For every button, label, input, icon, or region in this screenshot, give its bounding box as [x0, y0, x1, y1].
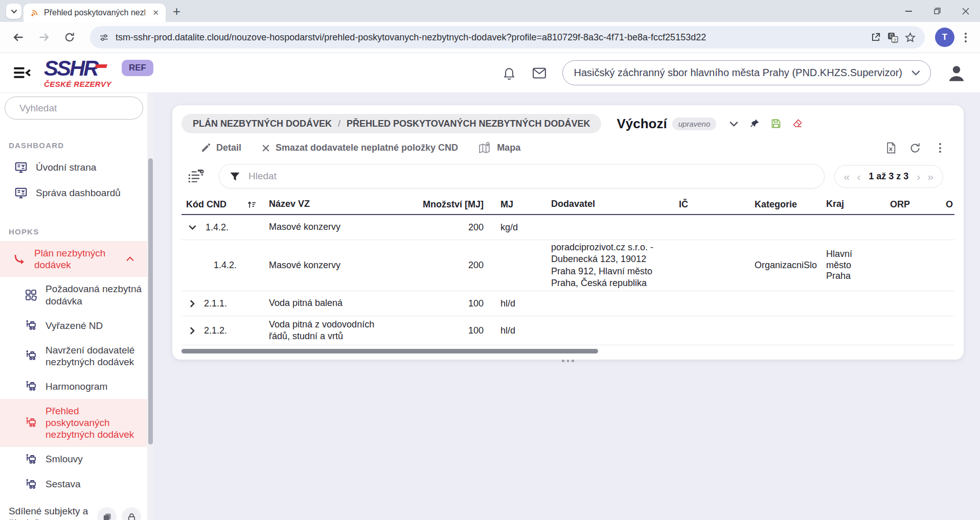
sidebar-search[interactable] — [5, 97, 143, 120]
back-button[interactable] — [8, 27, 29, 48]
collapse-row-icon[interactable] — [189, 225, 196, 230]
expand-row-icon[interactable] — [190, 327, 195, 335]
window-restore-button[interactable] — [923, 0, 951, 22]
detail-button[interactable]: Detail — [201, 143, 241, 153]
dashboard-icon — [14, 186, 28, 200]
supply-cart-icon — [25, 453, 37, 466]
breadcrumb-item-prehled[interactable]: PŘEHLED POSKYTOVANÝCH NEZBYTNÝCH DODÁVEK — [347, 119, 590, 129]
browser-menu-icon[interactable] — [960, 30, 972, 45]
refresh-icon[interactable] — [909, 143, 921, 154]
sidebar-scrollbar-thumb[interactable] — [148, 158, 153, 444]
pin-icon[interactable] — [749, 119, 760, 129]
mapa-button[interactable]: Mapa — [478, 142, 520, 154]
messages-mail-icon[interactable] — [532, 65, 547, 81]
address-bar[interactable]: tsm-sshr-prod.datalite.cloud/nouzove-hos… — [90, 26, 925, 49]
table-menu-icon[interactable] — [934, 140, 946, 156]
sidebar-footer: Sdílené subjekty a číselníky — [0, 505, 147, 520]
col-header-mj[interactable]: MJ — [487, 199, 551, 210]
pagination-prev-icon[interactable]: ‹ — [857, 171, 860, 182]
context-subject-value: Hasičský záchranný sbor hlavního města P… — [574, 67, 902, 79]
col-header-kod-cnd[interactable]: Kód CND — [181, 199, 269, 210]
sidebar-section-dashboard: DASHBOARD — [9, 141, 147, 150]
table-search[interactable] — [219, 164, 825, 188]
translate-icon[interactable]: G文 — [887, 32, 898, 43]
excel-export-icon[interactable] — [885, 142, 896, 154]
shared-subjects-label[interactable]: Sdílené subjekty a číselníky — [9, 505, 92, 520]
col-header-ic[interactable]: IČ — [679, 199, 755, 210]
col-header-dodavatel[interactable]: Dodavatel — [551, 198, 679, 210]
expand-row-icon[interactable] — [190, 300, 195, 308]
tab-search-button[interactable] — [6, 4, 21, 19]
environment-badge: REF — [122, 60, 153, 76]
pagination-last-icon[interactable]: » — [927, 171, 933, 182]
puzzle-icon — [25, 289, 37, 301]
sidebar-item-sestava[interactable]: Sestava — [0, 472, 147, 497]
view-profile-name[interactable]: Výchozí — [617, 116, 667, 132]
forward-button[interactable] — [34, 27, 54, 48]
logo-subtext: ČESKÉ REZERVY — [44, 80, 111, 88]
table-search-input[interactable] — [248, 171, 814, 182]
sort-icon[interactable] — [247, 200, 257, 209]
supply-cart-icon — [25, 380, 37, 393]
window-close-button[interactable] — [951, 0, 980, 22]
logo-text: SSHR — [44, 58, 111, 79]
tab-strip: Přehled poskytovaných nezbytn ✕ + — [0, 0, 980, 22]
pagination-first-icon[interactable]: « — [844, 171, 850, 182]
col-header-kraj[interactable]: Kraj — [826, 199, 890, 210]
save-icon[interactable] — [771, 119, 781, 129]
col-header-partial[interactable]: O — [946, 199, 954, 210]
sidebar-item-pozadovana-nezbytna-dodavka[interactable]: Požadovaná nezbytná dodávka — [0, 277, 147, 313]
chevron-down-icon — [911, 70, 920, 76]
sidebar-item-smlouvy[interactable]: Smlouvy — [0, 447, 147, 472]
breadcrumb-item-plan[interactable]: PLÁN NEZBYTNÝCH DODÁVEK — [193, 119, 332, 129]
plan-arrow-icon — [13, 253, 26, 266]
table-row[interactable]: 2.1.2. Voda pitná z vodovodních řádů, st… — [181, 316, 954, 345]
saved-filters-icon[interactable] — [188, 169, 204, 183]
sshr-logo[interactable]: SSHR ČESKÉ REZERVY — [44, 58, 111, 88]
sidebar-item-vyrazene-nd[interactable]: Vyřazené ND — [0, 313, 147, 338]
site-settings-icon[interactable] — [99, 33, 109, 42]
supply-cart-icon — [25, 416, 37, 429]
sidebar-item-plan-nezbytnych-dodavek[interactable]: Plán nezbytných dodávek — [0, 241, 147, 277]
copy-icon[interactable] — [97, 507, 117, 520]
sidebar-search-input[interactable] — [19, 103, 145, 114]
window-controls — [894, 0, 980, 22]
supply-cart-icon — [25, 319, 37, 332]
col-header-orp[interactable]: ORP — [890, 199, 946, 210]
table-header-row: Kód CND Název VZ Množství [MJ] MJ Dodava… — [181, 195, 954, 215]
table-row[interactable]: 1.4.2. Masové konzervy 200 kg/d — [181, 215, 954, 240]
browser-tab[interactable]: Přehled poskytovaných nezbytn ✕ — [24, 4, 166, 22]
horizontal-scrollbar-thumb[interactable] — [181, 349, 598, 353]
sidebar-collapse-icon[interactable] — [13, 66, 31, 80]
col-header-nazev-vz[interactable]: Název VZ — [269, 198, 396, 210]
tab-title: Přehled poskytovaných nezbytn — [44, 8, 145, 17]
context-subject-select[interactable]: Hasičský záchranný sbor hlavního města P… — [562, 60, 931, 85]
open-in-new-icon[interactable] — [871, 32, 881, 42]
user-avatar[interactable] — [946, 63, 967, 83]
table-row[interactable]: 1.4.2. Masové konzervy 200 poradciproziv… — [181, 240, 954, 291]
notifications-bell-icon[interactable] — [502, 66, 516, 80]
pagination: « ‹ 1 až 3 z 3 › » — [834, 165, 943, 188]
more-rows-indicator[interactable] — [181, 360, 954, 362]
smazat-dodavatele-button[interactable]: Smazat dodavatele neplatné položky CND — [262, 143, 458, 153]
col-header-mnozstvi[interactable]: Množství [MJ] — [396, 199, 487, 210]
browser-profile-avatar[interactable]: T — [935, 28, 954, 47]
eraser-icon[interactable] — [792, 119, 803, 129]
sidebar-item-uvodni-strana[interactable]: Úvodní strana — [0, 155, 147, 180]
new-tab-button[interactable]: + — [173, 5, 180, 18]
table-row[interactable]: 2.1.1. Voda pitná balená 100 hl/d — [181, 291, 954, 316]
sidebar-item-navrzeni-dodavatele[interactable]: Navržení dodavatelé nezbytných dodávek — [0, 338, 147, 374]
browser-chrome: Přehled poskytovaných nezbytn ✕ + tsm-ss… — [0, 0, 980, 53]
x-icon — [262, 144, 270, 152]
reload-button[interactable] — [59, 27, 80, 48]
bookmark-star-icon[interactable] — [905, 32, 916, 43]
lock-icon[interactable] — [122, 507, 141, 520]
tab-close-icon[interactable]: ✕ — [150, 7, 162, 18]
col-header-kategorie[interactable]: Kategorie — [755, 199, 826, 210]
sidebar-item-prehled-poskytovanych[interactable]: Přehled poskytovaných nezbytných dodávek — [0, 399, 147, 447]
window-minimize-button[interactable] — [894, 0, 923, 22]
pagination-next-icon[interactable]: › — [917, 171, 920, 182]
sidebar-item-sprava-dashboardu[interactable]: Správa dashboardů — [0, 180, 147, 206]
sidebar-item-harmonogram[interactable]: Harmonogram — [0, 374, 147, 399]
profile-chevron-down-icon[interactable] — [730, 121, 738, 127]
